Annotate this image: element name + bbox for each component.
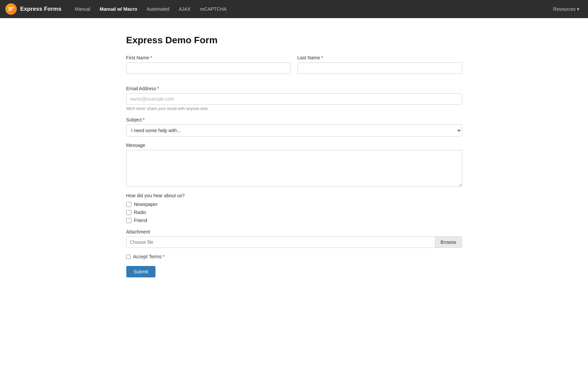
svg-rect-0 (9, 7, 14, 8)
nav-item-recaptcha[interactable]: reCAPTCHA (196, 4, 231, 14)
name-row: First Name* Last Name* (126, 55, 462, 80)
attachment-label: Attachment (126, 229, 462, 234)
checkbox-newspaper[interactable]: Newspaper (126, 202, 462, 207)
checkbox-radio-label: Radio (134, 210, 146, 215)
browse-button[interactable]: Browse (435, 237, 462, 248)
brand-name: Express Forms (20, 6, 61, 12)
checkbox-radio-input[interactable] (126, 210, 131, 215)
accept-terms-checkbox[interactable] (126, 255, 131, 259)
checkbox-group: Newspaper Radio Friend (126, 202, 462, 223)
hear-about-label: How did you hear about us? (126, 193, 462, 198)
nav-item-manual[interactable]: Manual (71, 4, 94, 14)
nav-links: Manual Manual w/ Macro Automated AJAX re… (71, 4, 550, 14)
message-group: Message (126, 143, 462, 187)
resources-button[interactable]: Resources ▾ (550, 4, 583, 14)
svg-rect-1 (9, 8, 13, 9)
checkbox-friend-label: Friend (134, 218, 147, 223)
email-group: Email Address* We'll never share your em… (126, 86, 462, 111)
subject-select[interactable]: I need some help with... General Inquiry… (126, 124, 462, 137)
accept-terms-row: Accept Terms* (126, 254, 462, 259)
navbar: Express Forms Manual Manual w/ Macro Aut… (0, 0, 588, 18)
email-hint: We'll never share your email with anyone… (126, 106, 462, 111)
submit-button[interactable]: Submit (126, 266, 156, 277)
subject-label: Subject* (126, 117, 462, 122)
subject-required: * (143, 117, 144, 122)
subject-group: Subject* I need some help with... Genera… (126, 117, 462, 137)
main-content: Express Demo Form First Name* Last Name*… (99, 18, 489, 304)
last-name-label: Last Name* (298, 55, 462, 60)
checkbox-friend[interactable]: Friend (126, 218, 462, 223)
accept-terms-required: * (163, 254, 164, 259)
hear-about-group: How did you hear about us? Newspaper Rad… (126, 193, 462, 223)
email-label: Email Address* (126, 86, 462, 91)
nav-item-manual-macro[interactable]: Manual w/ Macro (96, 4, 141, 14)
chevron-down-icon: ▾ (577, 6, 579, 12)
navbar-right: Resources ▾ (550, 4, 583, 14)
nav-item-automated[interactable]: Automated (143, 4, 174, 14)
message-label: Message (126, 143, 462, 148)
nav-item-ajax[interactable]: AJAX (175, 4, 195, 14)
first-name-label: First Name* (126, 55, 291, 60)
file-input-text (127, 237, 435, 248)
resources-label: Resources (553, 6, 576, 12)
file-input-wrapper: Browse (126, 236, 462, 248)
form-title: Express Demo Form (126, 35, 462, 46)
demo-form: First Name* Last Name* Email Address* We… (126, 55, 462, 277)
last-name-required: * (321, 55, 323, 60)
email-input[interactable] (126, 93, 462, 105)
brand-link[interactable]: Express Forms (5, 3, 61, 15)
last-name-input[interactable] (298, 62, 462, 74)
checkbox-friend-input[interactable] (126, 218, 131, 223)
brand-logo (5, 3, 17, 15)
accept-terms-label[interactable]: Accept Terms* (133, 254, 165, 259)
attachment-group: Attachment Browse (126, 229, 462, 248)
email-required: * (157, 86, 159, 91)
last-name-group: Last Name* (298, 55, 462, 74)
svg-rect-2 (9, 10, 11, 11)
first-name-input[interactable] (126, 62, 291, 74)
checkbox-newspaper-input[interactable] (126, 202, 131, 207)
checkbox-radio[interactable]: Radio (126, 210, 462, 215)
first-name-group: First Name* (126, 55, 291, 74)
first-name-required: * (150, 55, 152, 60)
message-textarea[interactable] (126, 150, 462, 187)
checkbox-newspaper-label: Newspaper (134, 202, 158, 207)
